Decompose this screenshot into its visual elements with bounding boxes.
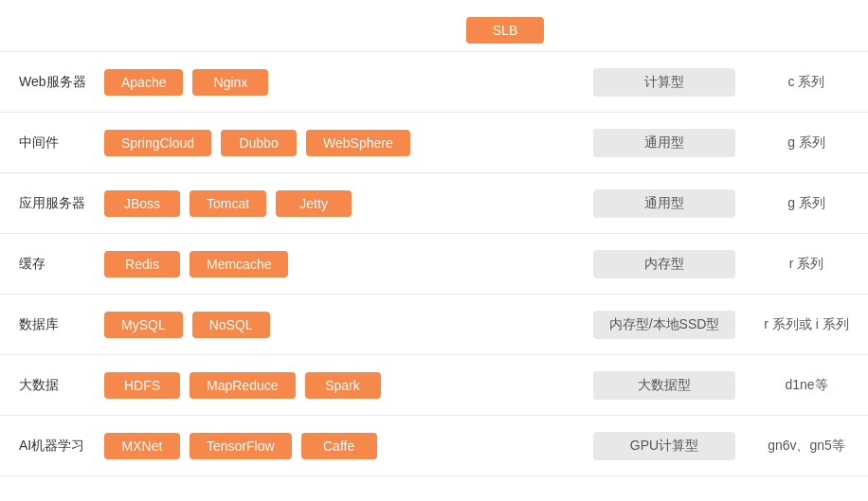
tags-area-cache: RedisMemcache [104, 251, 584, 277]
tag-middleware-0[interactable]: SpringCloud [104, 130, 211, 156]
spec-series-web-server: c 系列 [745, 74, 868, 91]
spec-series-database: r 系列或 i 系列 [745, 316, 868, 333]
tag-app-server-0[interactable]: JBoss [104, 190, 180, 217]
spec-type-middleware: 通用型 [593, 129, 735, 157]
label-bigdata: 大数据 [0, 377, 104, 394]
row-middleware: 中间件SpringCloudDubboWebSphere通用型g 系列 [0, 113, 868, 173]
slb-tag: SLB [466, 17, 544, 44]
tag-database-1[interactable]: NoSQL [192, 312, 270, 338]
tags-area-middleware: SpringCloudDubboWebSphere [104, 130, 584, 156]
tag-bigdata-1[interactable]: MapReduce [190, 372, 296, 399]
spec-type-cache: 内存型 [593, 250, 735, 278]
spec-type-database: 内存型/本地SSD型 [593, 311, 735, 339]
tag-app-server-2[interactable]: Jetty [276, 190, 352, 217]
tags-area-bigdata: HDFSMapReduceSpark [104, 372, 584, 399]
spec-type-ai-ml: GPU计算型 [593, 432, 735, 460]
tag-web-server-0[interactable]: Apache [104, 69, 183, 96]
spec-series-bigdata: d1ne等 [745, 377, 868, 394]
row-web-server: Web服务器ApacheNginx计算型c 系列 [0, 52, 868, 113]
label-database: 数据库 [0, 316, 104, 333]
main-container: SLB Web服务器ApacheNginx计算型c 系列中间件SpringClo… [0, 0, 868, 501]
row-app-server: 应用服务器JBossTomcatJetty通用型g 系列 [0, 173, 868, 234]
row-database: 数据库MySQLNoSQL内存型/本地SSD型r 系列或 i 系列 [0, 295, 868, 355]
tags-area-ai-ml: MXNetTensorFlowCaffe [104, 433, 584, 459]
row-cache: 缓存RedisMemcache内存型r 系列 [0, 234, 868, 295]
tags-area-database: MySQLNoSQL [104, 312, 584, 338]
label-middleware: 中间件 [0, 134, 104, 152]
tag-middleware-2[interactable]: WebSphere [306, 130, 410, 156]
spec-type-bigdata: 大数据型 [593, 371, 735, 400]
rows-container: Web服务器ApacheNginx计算型c 系列中间件SpringCloudDu… [0, 52, 868, 476]
tags-area-web-server: ApacheNginx [104, 69, 584, 96]
tag-database-0[interactable]: MySQL [104, 312, 183, 338]
slb-row: SLB [0, 9, 868, 52]
spec-series-cache: r 系列 [745, 256, 868, 273]
tags-area-app-server: JBossTomcatJetty [104, 190, 584, 217]
row-ai-ml: AI机器学习MXNetTensorFlowCaffeGPU计算型gn6v、gn5… [0, 416, 868, 476]
tag-middleware-1[interactable]: Dubbo [221, 130, 297, 156]
tag-web-server-1[interactable]: Nginx [192, 69, 268, 96]
row-bigdata: 大数据HDFSMapReduceSpark大数据型d1ne等 [0, 355, 868, 416]
tag-ai-ml-2[interactable]: Caffe [301, 433, 377, 459]
label-app-server: 应用服务器 [0, 195, 104, 212]
tag-ai-ml-0[interactable]: MXNet [104, 433, 180, 459]
tag-cache-1[interactable]: Memcache [190, 251, 288, 277]
label-ai-ml: AI机器学习 [0, 438, 104, 455]
spec-series-middleware: g 系列 [745, 134, 868, 152]
tag-ai-ml-1[interactable]: TensorFlow [190, 433, 292, 459]
spec-type-app-server: 通用型 [593, 189, 735, 218]
label-web-server: Web服务器 [0, 74, 104, 91]
spec-series-app-server: g 系列 [745, 195, 868, 212]
tag-cache-0[interactable]: Redis [104, 251, 180, 277]
spec-series-ai-ml: gn6v、gn5等 [745, 438, 868, 455]
tag-bigdata-0[interactable]: HDFS [104, 372, 180, 399]
tag-bigdata-2[interactable]: Spark [305, 372, 381, 399]
tag-app-server-1[interactable]: Tomcat [190, 190, 266, 217]
label-cache: 缓存 [0, 256, 104, 273]
spec-type-web-server: 计算型 [593, 68, 735, 97]
